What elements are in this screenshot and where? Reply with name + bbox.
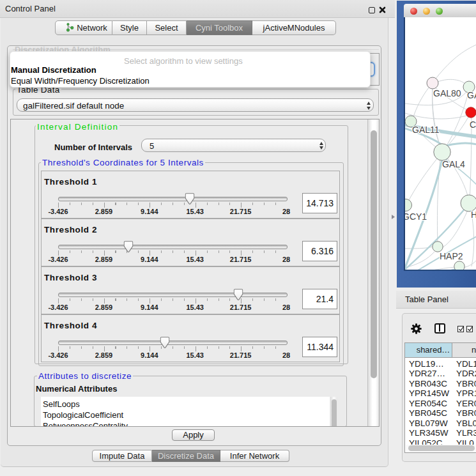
svg-text:GAL80: GAL80 [433, 88, 461, 98]
svg-text:H: H [471, 210, 476, 220]
svg-text:GCY1: GCY1 [405, 211, 427, 222]
svg-text:HAP2: HAP2 [440, 251, 463, 261]
svg-text:C: C [470, 119, 476, 130]
svg-text:GAL11: GAL11 [412, 125, 440, 135]
svg-text:GA: GA [467, 90, 476, 100]
svg-text:GAL4: GAL4 [442, 159, 465, 169]
